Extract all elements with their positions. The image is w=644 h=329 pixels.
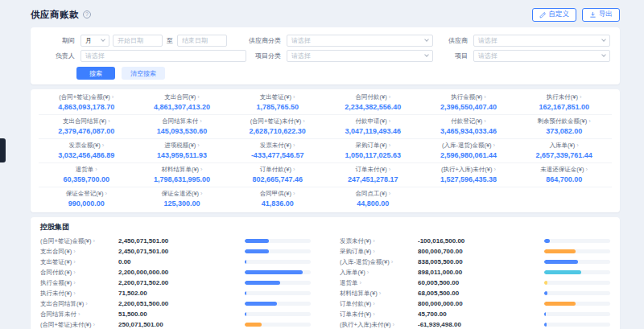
summary-metric[interactable]: 剩余预付款金额(¥)›373,082.00: [516, 115, 612, 138]
summary-metric[interactable]: 发票未付(¥)›-433,477,546.57: [229, 139, 325, 162]
metric-value: 3,047,119,493.46: [327, 127, 419, 135]
group-metric-row[interactable]: (入库-退货)金额(¥)›838,005,500.00: [340, 257, 610, 267]
clear-search-button[interactable]: 清空搜索: [122, 67, 165, 80]
group-metric-row[interactable]: (合同+签证)未付(¥)›250,071,501.00: [40, 319, 311, 329]
group-metric-row[interactable]: 支出合同结算(¥)›2,200,051,500.00: [40, 298, 311, 309]
group-metric-value: -100,016,500.00: [418, 237, 544, 245]
group-metric-row[interactable]: 合同结算未付›51,500.00: [40, 309, 311, 319]
project-category-placeholder: 请选择: [291, 51, 422, 60]
group-metric-value: 68,005,500.00: [418, 290, 544, 297]
chevron-right-icon: ›: [585, 166, 588, 173]
project-label: 项目: [433, 51, 473, 60]
project-category-select[interactable]: 请选择: [287, 50, 433, 62]
metric-bar: [544, 281, 610, 285]
group-metric-value: 60,005,500.00: [418, 279, 544, 286]
group-metric-row[interactable]: (执行+入库)未付(¥)›-61,939,498.00: [340, 319, 610, 329]
chevron-right-icon: ›: [360, 279, 362, 286]
group-metric-row[interactable]: 合同付款(¥)›2,200,000,000.00: [40, 267, 311, 278]
summary-metric[interactable]: 合同结算未付›145,093,530.60: [134, 115, 230, 138]
summary-metric[interactable]: 支出合同结算(¥)›2,379,476,087.00: [39, 115, 134, 138]
end-date-input[interactable]: [177, 35, 227, 47]
group-metric-row[interactable]: 发票未付(¥)›-100,016,500.00: [340, 236, 610, 246]
summary-metric[interactable]: 支出签证(¥)›1,785,765.50: [229, 91, 325, 114]
group-metric-row[interactable]: 材料结算单(¥)›68,005,500.00: [340, 288, 610, 298]
chevron-right-icon: ›: [200, 190, 203, 197]
summary-metric[interactable]: 采购订单(¥)›1,050,117,025.63: [325, 139, 421, 162]
group-metric-row[interactable]: 支出合同(¥)›2,450,071,501.00: [40, 246, 311, 257]
group-metric-row[interactable]: 订单未付(¥)›45,700.00: [340, 309, 610, 319]
summary-metric[interactable]: (入库-退货)金额(¥)›2,596,980,061.44: [421, 139, 517, 162]
group-metric-label: 合同付款(¥)›: [40, 269, 118, 277]
metric-label: 退货单›: [40, 166, 133, 174]
metric-value: 2,628,710,622.30: [231, 127, 324, 135]
summary-metric[interactable]: 未退还保证金(¥)›864,700.00: [516, 163, 612, 187]
group-metric-value: 898,011,000.00: [418, 269, 544, 276]
metric-label: (合同+签证)金额(¥)›: [40, 93, 133, 101]
sidebar-toggle[interactable]: [0, 138, 6, 162]
group-metric-row[interactable]: 退货单›60,005,500.00: [340, 278, 610, 288]
group-metric-value: 838,005,500.00: [418, 258, 544, 265]
summary-metric[interactable]: 执行未付(¥)›162,167,851.00: [516, 91, 612, 114]
group-metric-row[interactable]: 采购订单(¥)›800,000,700.00: [340, 246, 610, 257]
group-metric-label: 执行未付(¥)›: [40, 290, 118, 298]
group-metric-row[interactable]: (合同+签证)金额(¥)›2,450,071,501.00: [40, 236, 311, 246]
filter-supplier-category: 供应商分类 请选择: [246, 35, 433, 47]
metric-label: 合同点工(¥)›: [327, 190, 419, 198]
group-metric-row[interactable]: 订单付款(¥)›800,000,000.00: [340, 298, 610, 309]
period-unit-select[interactable]: 月: [80, 35, 109, 47]
group-metric-row[interactable]: 执行金额(¥)›2,200,071,502.00: [40, 278, 311, 288]
date-range-separator: 至: [167, 36, 173, 45]
summary-metric[interactable]: 发票金额(¥)›3,032,456,486.89: [39, 139, 134, 162]
summary-metric[interactable]: 支出合同(¥)›4,861,307,413.20: [134, 91, 230, 114]
supplier-select[interactable]: 请选择: [473, 35, 610, 47]
metric-value: 1,785,765.50: [231, 103, 324, 111]
summary-metric[interactable]: 付款登记(¥)›3,465,934,033.46: [421, 115, 517, 138]
chevron-down-icon: [101, 37, 105, 42]
group-metric-label: (合同+签证)未付(¥)›: [40, 321, 118, 329]
export-button[interactable]: 导出: [582, 8, 620, 22]
summary-metric[interactable]: 执行金额(¥)›2,396,550,407.40: [421, 91, 517, 114]
manager-select[interactable]: 请选择: [80, 50, 246, 62]
group-metric-value: 51,500.00: [118, 310, 245, 318]
group-metric-value: 2,450,071,501.00: [118, 237, 245, 245]
project-select[interactable]: 请选择: [473, 50, 610, 62]
summary-metric[interactable]: 材料结算单(¥)›1,798,631,995.00: [134, 163, 230, 187]
help-icon[interactable]: ?: [83, 10, 91, 19]
summary-metric[interactable]: 付款申请(¥)›3,047,119,493.46: [325, 115, 421, 138]
group-metric-label: 支出签证(¥)›: [40, 258, 118, 266]
group-metric-value: 71,502.00: [118, 290, 245, 297]
metric-label: 执行未付(¥)›: [518, 93, 610, 101]
summary-metric[interactable]: 合同付款(¥)›2,234,382,556.40: [325, 91, 421, 114]
summary-metric[interactable]: 订单付款(¥)›802,665,747.46: [229, 163, 325, 187]
customize-button[interactable]: 自定义: [532, 8, 577, 22]
chevron-down-icon: [601, 52, 606, 57]
summary-metric[interactable]: (合同+签证)金额(¥)›4,863,093,178.70: [39, 91, 134, 114]
summary-metric[interactable]: 保证金退还(¥)›125,300.00: [134, 187, 230, 211]
group-metric-row[interactable]: 入库单(¥)›898,011,000.00: [340, 267, 610, 278]
summary-metric[interactable]: 保证金登记(¥)›990,000.00: [39, 187, 134, 211]
metric-label: (执行+入库)未付(¥)›: [423, 166, 515, 174]
metric-value: 3,465,934,033.46: [423, 127, 515, 135]
group-metric-row[interactable]: 支出签证(¥)›0.00: [40, 257, 311, 267]
summary-metric[interactable]: (执行+入库)未付(¥)›1,527,596,435.38: [421, 163, 517, 187]
chevron-right-icon: ›: [93, 321, 96, 328]
supplier-category-select[interactable]: 请选择: [287, 35, 433, 47]
summary-metric[interactable]: 合同点工(¥)›44,800.00: [325, 187, 421, 211]
chevron-right-icon: ›: [112, 93, 114, 101]
metric-bar: [245, 249, 311, 253]
summary-metric[interactable]: (合同+签证)未付(¥)›2,628,710,622.30: [229, 115, 325, 138]
summary-metric[interactable]: 进项税额(¥)›143,959,511.93: [134, 139, 230, 162]
group-metric-label: (执行+入库)未付(¥)›: [340, 321, 418, 329]
summary-metric[interactable]: 合同甲供(¥)›41,836.00: [229, 187, 325, 211]
group-metric-label: 执行金额(¥)›: [40, 279, 118, 287]
chevron-right-icon: ›: [293, 166, 295, 173]
chevron-right-icon: ›: [105, 190, 107, 197]
summary-metric[interactable]: 订单未付(¥)›247,451,278.17: [325, 163, 421, 187]
summary-metric[interactable]: 退货单›60,359,700.00: [39, 163, 134, 187]
metric-value: 2,234,382,556.40: [327, 103, 419, 111]
summary-metric[interactable]: 入库单(¥)›2,657,339,761.44: [516, 139, 612, 162]
start-date-input[interactable]: [113, 35, 163, 47]
search-button[interactable]: 搜索: [76, 67, 115, 80]
chevron-right-icon: ›: [200, 166, 203, 173]
group-metric-row[interactable]: 执行未付(¥)›71,502.00: [40, 288, 311, 298]
